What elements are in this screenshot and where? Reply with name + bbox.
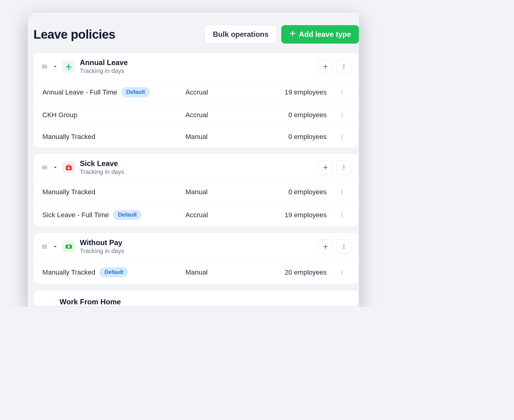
svg-point-47 <box>342 273 343 274</box>
leave-type-card: Sick Leave Tracking in days Manually Tra… <box>33 153 359 227</box>
policy-mode: Manual <box>185 188 253 196</box>
svg-point-12 <box>342 93 343 94</box>
policy-row[interactable]: Manually Tracked Manual 0 employees <box>34 126 359 148</box>
policy-mode: Accrual <box>185 111 253 119</box>
leave-type-subtitle: Tracking in days <box>80 248 313 255</box>
svg-point-26 <box>343 165 344 166</box>
svg-point-15 <box>342 116 343 117</box>
svg-point-29 <box>342 190 343 191</box>
bulk-operations-button[interactable]: Bulk operations <box>204 25 277 44</box>
policy-employee-count: 19 employees <box>253 211 333 219</box>
svg-point-18 <box>342 138 343 139</box>
svg-point-34 <box>342 216 343 217</box>
leave-type-actions <box>318 59 351 74</box>
policy-name: Manually Tracked <box>42 133 95 141</box>
policy-mode: Accrual <box>185 88 253 96</box>
add-leave-type-button[interactable]: Add leave type <box>281 25 359 44</box>
svg-point-32 <box>342 213 343 214</box>
caret-down-icon[interactable] <box>53 244 58 249</box>
caret-down-icon[interactable] <box>53 64 58 69</box>
leave-type-header: Work From Home <box>34 290 359 306</box>
page-header: Leave policies Bulk operations Add leave… <box>28 25 359 52</box>
svg-point-31 <box>342 193 343 194</box>
leave-type-subtitle: Tracking in days <box>80 168 313 175</box>
policy-menu-icon[interactable] <box>333 112 351 118</box>
policy-row[interactable]: Manually Tracked Manual 0 employees <box>34 181 359 203</box>
plus-icon <box>289 30 296 39</box>
leave-type-title-block: Without Pay Tracking in days <box>80 238 313 255</box>
policy-employee-count: 19 employees <box>253 88 333 96</box>
svg-point-28 <box>343 169 344 170</box>
policy-row[interactable]: CKH Group Accrual 0 employees <box>34 104 359 126</box>
leave-type-actions <box>318 160 351 175</box>
svg-point-16 <box>342 135 343 136</box>
svg-point-7 <box>343 64 344 65</box>
svg-point-46 <box>342 272 343 273</box>
header-actions: Bulk operations Add leave type <box>204 25 359 44</box>
leave-type-subtitle: Tracking in days <box>80 67 313 75</box>
add-policy-button[interactable] <box>318 239 333 254</box>
default-badge: Default <box>113 210 142 220</box>
policy-name-cell: CKH Group <box>42 111 185 119</box>
add-policy-button[interactable] <box>318 160 333 175</box>
policy-name-cell: Manually Tracked Default <box>42 267 185 277</box>
svg-point-44 <box>343 248 344 249</box>
leave-type-title: Sick Leave <box>80 159 313 168</box>
policy-mode: Manual <box>185 268 253 276</box>
policy-name: Annual Leave - Full Time <box>42 88 117 96</box>
svg-point-30 <box>342 192 343 193</box>
leave-type-title: Annual Leave <box>80 58 313 67</box>
policy-name-cell: Annual Leave - Full Time Default <box>42 87 185 97</box>
policy-row[interactable]: Sick Leave - Full Time Default Accrual 1… <box>34 203 359 227</box>
drag-handle-icon[interactable] <box>41 63 48 70</box>
svg-point-45 <box>342 270 343 271</box>
leave-type-title: Without Pay <box>80 238 313 247</box>
svg-point-14 <box>342 115 343 116</box>
type-menu-button[interactable] <box>337 59 351 74</box>
policy-name-cell: Manually Tracked <box>42 188 185 196</box>
drag-handle-icon[interactable] <box>41 243 48 250</box>
default-badge: Default <box>121 87 150 97</box>
policy-employee-count: 20 employees <box>253 268 333 276</box>
policy-menu-icon[interactable] <box>333 90 351 95</box>
caret-down-icon[interactable] <box>53 165 58 170</box>
medkit-icon <box>63 161 75 174</box>
add-policy-button[interactable] <box>318 59 333 74</box>
policy-row[interactable]: Annual Leave - Full Time Default Accrual… <box>34 80 359 104</box>
policy-menu-icon[interactable] <box>333 270 351 275</box>
svg-point-9 <box>343 68 344 69</box>
leave-type-title-block: Annual Leave Tracking in days <box>80 58 313 75</box>
policy-menu-icon[interactable] <box>333 134 351 140</box>
policy-mode: Manual <box>185 133 253 141</box>
policy-employee-count: 0 employees <box>253 133 333 141</box>
svg-point-27 <box>343 167 344 168</box>
policy-employee-count: 0 employees <box>253 111 333 119</box>
drag-handle-icon[interactable] <box>41 164 48 171</box>
policy-name: Manually Tracked <box>42 188 95 196</box>
airplane-icon <box>63 60 75 73</box>
policy-name: Sick Leave - Full Time <box>42 211 109 219</box>
cash-icon <box>63 241 75 253</box>
leave-type-card: Annual Leave Tracking in days Annual Lea… <box>33 52 359 148</box>
policy-mode: Accrual <box>185 211 253 219</box>
leave-type-title-block: Sick Leave Tracking in days <box>80 159 313 175</box>
svg-point-43 <box>343 246 344 247</box>
add-leave-type-label: Add leave type <box>299 30 351 39</box>
policy-row[interactable]: Manually Tracked Default Manual 20 emplo… <box>34 260 359 284</box>
policy-menu-icon[interactable] <box>333 189 351 195</box>
leave-type-header: Sick Leave Tracking in days <box>34 154 359 181</box>
page-title: Leave policies <box>28 28 115 41</box>
leave-type-card: Without Pay Tracking in days Manually Tr… <box>33 233 359 284</box>
page-container: Leave policies Bulk operations Add leave… <box>28 12 359 307</box>
policy-name: CKH Group <box>42 111 77 119</box>
svg-point-39 <box>68 245 70 248</box>
policy-menu-icon[interactable] <box>333 212 351 218</box>
policy-employee-count: 0 employees <box>253 188 333 196</box>
leave-type-card: Work From Home <box>33 290 359 306</box>
leave-type-actions <box>318 239 351 254</box>
type-menu-button[interactable] <box>337 239 351 254</box>
type-menu-button[interactable] <box>337 160 351 175</box>
policy-name: Manually Tracked <box>42 268 95 276</box>
svg-point-33 <box>342 214 343 215</box>
default-badge: Default <box>99 267 128 277</box>
